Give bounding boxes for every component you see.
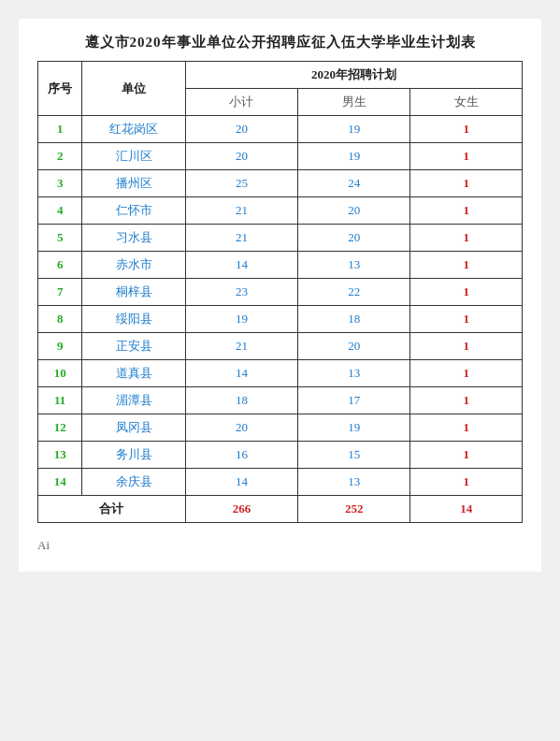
header-row-1: 序号 单位 2020年招聘计划 bbox=[38, 62, 523, 89]
total-label: 合计 bbox=[38, 496, 186, 523]
cell-unit: 仁怀市 bbox=[82, 197, 186, 225]
cell-male: 13 bbox=[298, 252, 410, 279]
cell-seq: 2 bbox=[38, 143, 82, 170]
main-table: 序号 单位 2020年招聘计划 小计 男生 女生 1红花岗区201912汇川区2… bbox=[37, 61, 523, 523]
cell-unit: 道真县 bbox=[82, 360, 186, 387]
cell-subtotal: 20 bbox=[185, 143, 297, 170]
total-subtotal: 266 bbox=[185, 496, 297, 523]
cell-subtotal: 16 bbox=[185, 442, 297, 469]
total-male: 252 bbox=[298, 496, 410, 523]
cell-seq: 3 bbox=[38, 170, 82, 197]
cell-male: 17 bbox=[298, 387, 410, 414]
cell-female: 1 bbox=[410, 116, 523, 143]
cell-male: 19 bbox=[298, 143, 410, 170]
total-row: 合计26625214 bbox=[38, 496, 523, 523]
cell-seq: 7 bbox=[38, 279, 82, 306]
cell-unit: 红花岗区 bbox=[82, 116, 186, 143]
cell-female: 1 bbox=[410, 143, 523, 170]
cell-seq: 9 bbox=[38, 333, 82, 360]
table-row: 1红花岗区20191 bbox=[38, 116, 523, 143]
cell-subtotal: 20 bbox=[185, 116, 297, 143]
cell-female: 1 bbox=[410, 225, 523, 252]
cell-male: 19 bbox=[298, 116, 410, 143]
cell-male: 20 bbox=[298, 197, 410, 225]
header-unit: 单位 bbox=[82, 62, 186, 116]
cell-subtotal: 19 bbox=[185, 306, 297, 333]
cell-male: 15 bbox=[298, 442, 410, 469]
cell-female: 1 bbox=[410, 252, 523, 279]
cell-female: 1 bbox=[410, 442, 523, 469]
cell-male: 24 bbox=[298, 170, 410, 197]
cell-unit: 桐梓县 bbox=[82, 279, 186, 306]
cell-female: 1 bbox=[410, 170, 523, 197]
cell-unit: 绥阳县 bbox=[82, 306, 186, 333]
table-row: 5习水县21201 bbox=[38, 225, 523, 252]
cell-subtotal: 18 bbox=[185, 387, 297, 414]
cell-subtotal: 21 bbox=[185, 197, 297, 225]
cell-unit: 赤水市 bbox=[82, 252, 186, 279]
cell-seq: 12 bbox=[38, 414, 82, 442]
cell-female: 1 bbox=[410, 414, 523, 442]
cell-male: 19 bbox=[298, 414, 410, 442]
table-row: 8绥阳县19181 bbox=[38, 306, 523, 333]
cell-female: 1 bbox=[410, 279, 523, 306]
cell-subtotal: 23 bbox=[185, 279, 297, 306]
table-row: 4仁怀市21201 bbox=[38, 197, 523, 225]
cell-unit: 务川县 bbox=[82, 442, 186, 469]
cell-male: 13 bbox=[298, 469, 410, 496]
header-subtotal: 小计 bbox=[185, 89, 297, 116]
cell-unit: 湄潭县 bbox=[82, 387, 186, 414]
cell-subtotal: 21 bbox=[185, 225, 297, 252]
cell-female: 1 bbox=[410, 387, 523, 414]
header-seq: 序号 bbox=[38, 62, 82, 116]
cell-unit: 凤冈县 bbox=[82, 414, 186, 442]
cell-male: 13 bbox=[298, 360, 410, 387]
cell-subtotal: 21 bbox=[185, 333, 297, 360]
cell-male: 22 bbox=[298, 279, 410, 306]
cell-seq: 14 bbox=[38, 469, 82, 496]
cell-female: 1 bbox=[410, 360, 523, 387]
cell-female: 1 bbox=[410, 333, 523, 360]
header-female: 女生 bbox=[410, 89, 523, 116]
total-female: 14 bbox=[410, 496, 523, 523]
cell-unit: 汇川区 bbox=[82, 143, 186, 170]
table-row: 6赤水市14131 bbox=[38, 252, 523, 279]
cell-subtotal: 14 bbox=[185, 469, 297, 496]
table-row: 3播州区25241 bbox=[38, 170, 523, 197]
table-row: 11湄潭县18171 bbox=[38, 387, 523, 414]
page-container: 遵义市2020年事业单位公开招聘应征入伍大学毕业生计划表 序号 单位 2020年… bbox=[19, 19, 541, 572]
cell-subtotal: 20 bbox=[185, 414, 297, 442]
ai-label: Ai bbox=[37, 538, 50, 552]
cell-unit: 习水县 bbox=[82, 225, 186, 252]
cell-subtotal: 25 bbox=[185, 170, 297, 197]
cell-seq: 11 bbox=[38, 387, 82, 414]
bottom-bar: Ai bbox=[37, 538, 523, 553]
cell-seq: 10 bbox=[38, 360, 82, 387]
cell-seq: 4 bbox=[38, 197, 82, 225]
cell-seq: 8 bbox=[38, 306, 82, 333]
table-row: 12凤冈县20191 bbox=[38, 414, 523, 442]
cell-seq: 1 bbox=[38, 116, 82, 143]
table-row: 2汇川区20191 bbox=[38, 143, 523, 170]
table-row: 13务川县16151 bbox=[38, 442, 523, 469]
cell-female: 1 bbox=[410, 469, 523, 496]
header-male: 男生 bbox=[298, 89, 410, 116]
cell-female: 1 bbox=[410, 306, 523, 333]
cell-unit: 播州区 bbox=[82, 170, 186, 197]
cell-seq: 6 bbox=[38, 252, 82, 279]
cell-subtotal: 14 bbox=[185, 360, 297, 387]
cell-unit: 正安县 bbox=[82, 333, 186, 360]
cell-male: 20 bbox=[298, 333, 410, 360]
cell-female: 1 bbox=[410, 197, 523, 225]
cell-seq: 5 bbox=[38, 225, 82, 252]
header-plan-year: 2020年招聘计划 bbox=[185, 62, 522, 89]
table-row: 7桐梓县23221 bbox=[38, 279, 523, 306]
cell-male: 18 bbox=[298, 306, 410, 333]
cell-subtotal: 14 bbox=[185, 252, 297, 279]
table-row: 14余庆县14131 bbox=[38, 469, 523, 496]
page-title: 遵义市2020年事业单位公开招聘应征入伍大学毕业生计划表 bbox=[37, 34, 523, 51]
table-row: 10道真县14131 bbox=[38, 360, 523, 387]
cell-seq: 13 bbox=[38, 442, 82, 469]
cell-male: 20 bbox=[298, 225, 410, 252]
table-row: 9正安县21201 bbox=[38, 333, 523, 360]
